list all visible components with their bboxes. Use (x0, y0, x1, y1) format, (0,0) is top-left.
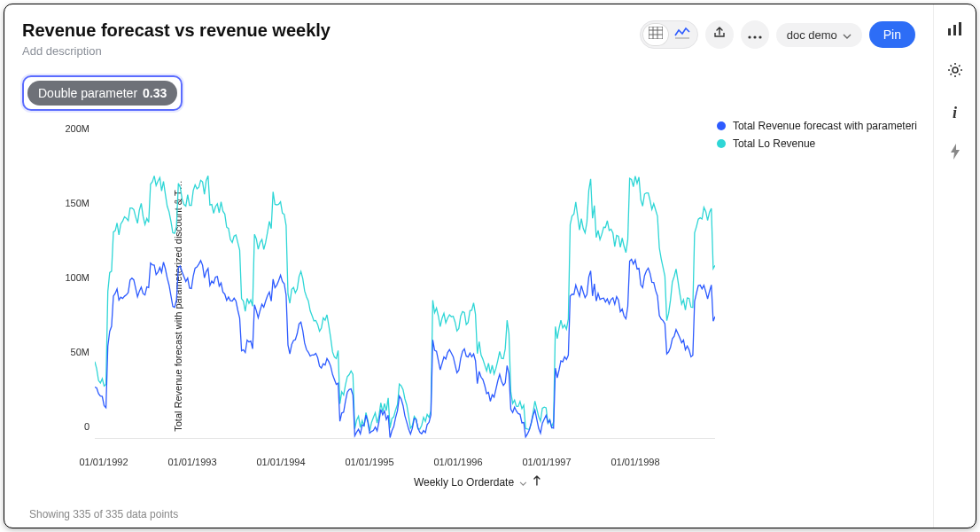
x-axis-control[interactable]: Weekly Lo Orderdate (414, 475, 541, 489)
x-tick: 01/01/1995 (345, 457, 393, 467)
legend: Total Revenue forecast with parameteri T… (717, 120, 917, 155)
data-points-status: Showing 335 of 335 data points (29, 508, 178, 520)
chart-view-button[interactable] (669, 23, 696, 46)
svg-point-7 (753, 35, 756, 38)
parameter-label: Double parameter (38, 86, 137, 100)
y-tick: 100M (58, 272, 89, 283)
line-chart-icon (674, 27, 690, 43)
lightning-icon (950, 144, 961, 163)
svg-point-13 (953, 67, 958, 73)
legend-item-revenue[interactable]: Total Lo Revenue (717, 137, 917, 150)
sort-asc-icon[interactable] (533, 475, 541, 489)
x-tick: 01/01/1997 (522, 457, 571, 467)
svg-point-8 (758, 35, 761, 38)
legend-label: Total Lo Revenue (733, 137, 815, 150)
table-icon (649, 27, 663, 43)
more-options-button[interactable] (741, 20, 769, 49)
sidebar-info-button[interactable]: i (941, 98, 969, 127)
legend-item-forecast[interactable]: Total Revenue forecast with parameteri (717, 120, 917, 132)
x-tick: 01/01/1996 (433, 457, 482, 467)
svg-rect-12 (959, 22, 961, 35)
parameter-chip[interactable]: Double parameter 0.33 (27, 81, 177, 106)
parameter-highlight: Double parameter 0.33 (22, 75, 183, 111)
x-tick: 01/01/1992 (79, 457, 128, 467)
y-tick: 150M (58, 198, 89, 208)
info-icon: i (953, 104, 957, 122)
table-view-button[interactable] (642, 23, 669, 46)
share-button[interactable] (705, 20, 734, 49)
parameter-value: 0.33 (143, 86, 167, 100)
sidebar-chart-button[interactable] (941, 17, 969, 45)
page-title: Revenue forecast vs revenue weekly (22, 20, 331, 41)
svg-rect-0 (649, 27, 663, 39)
more-horizontal-icon (748, 27, 762, 43)
right-sidebar: i (933, 4, 976, 528)
chevron-down-icon (519, 476, 527, 489)
legend-dot-icon (717, 121, 726, 130)
x-tick: 01/01/1993 (167, 457, 216, 467)
sidebar-settings-button[interactable] (941, 58, 969, 86)
chart-plot[interactable] (95, 129, 715, 439)
description-input[interactable]: Add description (22, 44, 331, 58)
legend-label: Total Revenue forecast with parameteri (733, 120, 917, 132)
x-tick: 01/01/1994 (256, 457, 305, 467)
pin-button[interactable]: Pin (869, 21, 915, 48)
svg-rect-10 (948, 28, 951, 35)
y-tick: 50M (58, 347, 89, 357)
gear-icon (947, 62, 963, 82)
chevron-down-icon (843, 28, 852, 42)
workspace-label: doc demo (787, 28, 837, 42)
x-axis-label: Weekly Lo Orderdate (414, 476, 514, 489)
y-tick: 0 (58, 421, 89, 432)
svg-rect-11 (953, 25, 956, 35)
view-toggle (640, 20, 698, 49)
sidebar-actions-button[interactable] (941, 139, 969, 168)
x-tick: 01/01/1998 (611, 457, 659, 467)
workspace-selector[interactable]: doc demo (776, 23, 862, 47)
chart-area: Total Revenue forecast with parameterize… (22, 120, 933, 492)
bar-chart-icon (947, 22, 963, 40)
svg-point-6 (748, 35, 751, 38)
share-icon (713, 27, 726, 43)
y-tick: 200M (58, 123, 89, 134)
legend-dot-icon (717, 139, 726, 148)
